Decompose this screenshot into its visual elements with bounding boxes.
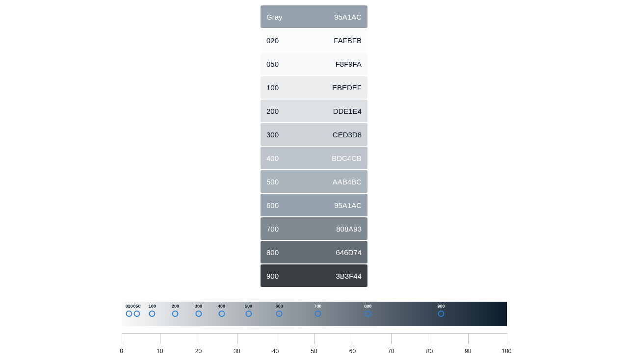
swatch-step: 600 (266, 201, 279, 209)
gradient-handle[interactable]: 700 (314, 304, 321, 317)
gradient-handle[interactable]: 100 (149, 304, 156, 317)
swatch-step: 100 (266, 83, 279, 92)
ruler-tick (122, 333, 122, 344)
swatch-hex: EBEDEF (332, 83, 362, 92)
swatch-step: 200 (266, 107, 279, 115)
swatch-row[interactable]: 300CED3D8 (261, 123, 367, 146)
handle-label: 020 (126, 304, 133, 309)
swatch-step: 300 (266, 130, 279, 139)
ruler-tick-label: 10 (157, 348, 163, 355)
swatch-step: 500 (266, 178, 279, 186)
gradient-handle[interactable]: 500 (245, 304, 252, 317)
ruler-tick-label: 100 (501, 348, 511, 355)
ruler-tick (430, 333, 430, 344)
handle-circle-icon (276, 311, 283, 317)
handle-label: 900 (438, 304, 445, 309)
swatch-step: 020 (266, 36, 279, 45)
ruler-tick-label: 50 (311, 348, 317, 355)
swatch-row[interactable]: 400BDC4CB (261, 147, 367, 169)
ruler-tick-label: 30 (234, 348, 240, 355)
swatch-row[interactable]: 700808A93 (261, 217, 367, 240)
ruler-tick (314, 333, 314, 344)
swatch-row[interactable]: 100EBEDEF (261, 76, 367, 99)
swatch-hex: 95A1AC (334, 201, 362, 209)
ruler-tick-label: 0 (120, 348, 123, 355)
ruler-tick (391, 333, 392, 344)
swatch-row[interactable]: 500AAB4BC (261, 170, 367, 193)
ruler-tick-label: 90 (465, 348, 471, 355)
swatch-row[interactable]: 60095A1AC (261, 194, 367, 216)
swatch-header: Gray95A1AC (261, 5, 367, 28)
handle-label: 050 (133, 304, 140, 309)
ruler-tick-label: 20 (195, 348, 202, 355)
handle-circle-icon (314, 311, 321, 317)
gradient-bar[interactable]: 020050100200300400500600700800900 (122, 302, 507, 326)
handle-circle-icon (126, 311, 132, 317)
handle-label: 100 (149, 304, 156, 309)
handle-circle-icon (172, 311, 179, 317)
swatch-step: 800 (266, 248, 279, 257)
ruler: 0102030405060708090100 (122, 333, 507, 358)
handle-label: 600 (276, 304, 283, 309)
ruler-tick (160, 333, 160, 344)
swatch-row[interactable]: 800646D74 (261, 241, 367, 263)
swatch-row[interactable]: 9003B3F44 (261, 264, 367, 287)
swatch-hex: F8F9FA (336, 60, 362, 68)
ruler-tick (468, 333, 469, 344)
ruler-tick (199, 333, 199, 344)
gradient-handle[interactable]: 600 (276, 304, 283, 317)
handle-label: 700 (314, 304, 321, 309)
ruler-tick (276, 333, 276, 344)
gradient-handle[interactable]: 200 (172, 304, 179, 317)
gradient-handle[interactable]: 300 (195, 304, 202, 317)
handle-circle-icon (438, 311, 445, 317)
handle-circle-icon (218, 311, 225, 317)
handle-circle-icon (149, 311, 156, 317)
handle-circle-icon (365, 311, 371, 317)
gradient-handle[interactable]: 400 (218, 304, 225, 317)
handle-label: 800 (364, 304, 371, 309)
swatch-step: 050 (266, 60, 279, 68)
handle-label: 400 (218, 304, 225, 309)
swatch-hex: AAB4BC (333, 178, 362, 186)
swatch-hex: 808A93 (336, 225, 362, 233)
swatch-hex: FAFBFB (334, 36, 362, 45)
swatch-step: 900 (266, 272, 279, 280)
swatch-step: 700 (266, 225, 279, 233)
swatch-row[interactable]: 020FAFBFB (261, 29, 367, 52)
swatch-step: 400 (266, 154, 279, 162)
swatch-row[interactable]: 200DDE1E4 (261, 100, 367, 122)
ruler-tick (507, 333, 507, 344)
gradient-handle[interactable]: 800 (364, 304, 371, 317)
ruler-tick-label: 70 (388, 348, 394, 355)
handle-circle-icon (133, 311, 140, 317)
gradient-handle[interactable]: 020 (126, 304, 133, 317)
palette-name: Gray (266, 13, 283, 21)
handle-label: 500 (245, 304, 252, 309)
swatch-hex: 646D74 (336, 248, 362, 257)
gradient-handle[interactable]: 050 (133, 304, 140, 317)
color-swatch-list: Gray95A1AC020FAFBFB050F8F9FA100EBEDEF200… (261, 5, 367, 287)
ruler-tick-label: 40 (272, 348, 279, 355)
handle-circle-icon (195, 311, 202, 317)
handle-circle-icon (245, 311, 252, 317)
handle-label: 300 (195, 304, 202, 309)
ruler-tick-label: 80 (426, 348, 433, 355)
swatch-row[interactable]: 050F8F9FA (261, 52, 367, 75)
ruler-tick-label: 60 (349, 348, 356, 355)
swatch-hex: BDC4CB (332, 154, 362, 162)
ruler-tick (353, 333, 353, 344)
swatch-hex: 3B3F44 (336, 272, 362, 280)
gradient-section: 020050100200300400500600700800900 (122, 302, 507, 326)
palette-primary-hex: 95A1AC (334, 13, 362, 21)
handle-label: 200 (172, 304, 179, 309)
swatch-hex: CED3D8 (333, 130, 362, 139)
ruler-tick (237, 333, 237, 344)
gradient-handle[interactable]: 900 (438, 304, 445, 317)
swatch-hex: DDE1E4 (333, 107, 362, 115)
